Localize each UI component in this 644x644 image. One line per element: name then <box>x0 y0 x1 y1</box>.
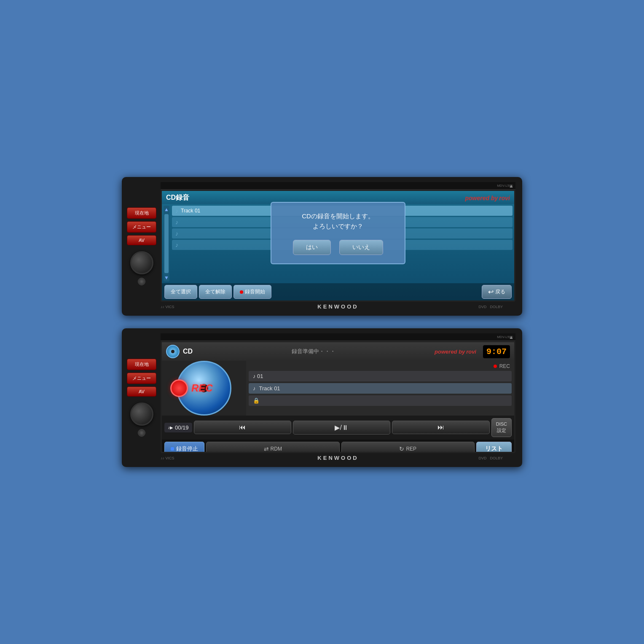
av-btn-2[interactable]: AV <box>127 386 156 397</box>
rep-icon: ↻ <box>399 445 404 452</box>
back-btn-1[interactable]: ↩ 戻る <box>482 285 512 299</box>
cd-hole <box>171 350 174 353</box>
track-music-icon: ♪ <box>253 385 256 392</box>
track-row-3[interactable]: 🔒 <box>249 395 512 406</box>
brand-label-1: KENWOOD <box>317 303 358 310</box>
dvd-icon-1: DVD <box>478 305 486 309</box>
back-arrow-icon: ↩ <box>488 288 494 296</box>
vics-label-1: ♪♪ VICS <box>161 305 174 309</box>
track-name-2: Track 01 <box>259 385 280 392</box>
dialog-buttons: はい いいえ <box>284 240 392 255</box>
track-number: ♪ 01 <box>253 373 263 379</box>
scroll-down-1[interactable]: ▼ <box>164 275 169 281</box>
count-display: ♪▶ 00/19 <box>164 423 192 432</box>
list-btn[interactable]: リスト <box>476 442 512 453</box>
screen-1: CD録音 powered by rovi ▲ ▼ <box>161 190 515 302</box>
rec-text: REC <box>191 382 213 394</box>
rdm-label: RDM <box>271 446 282 452</box>
knob-area-2 <box>127 402 156 437</box>
unit-footer-1: ♪♪ VICS KENWOOD DVD DOLBY <box>161 302 515 311</box>
eject-btn-1[interactable]: ▲ <box>509 183 514 189</box>
main-knob-2[interactable] <box>130 402 153 426</box>
count-value: 00/19 <box>175 424 189 431</box>
cd-icon <box>166 345 180 358</box>
rdm-icon: ⇄ <box>264 445 269 452</box>
transport-controls: ♪▶ 00/19 ⏮ ▶/⏸ ⏭ DISC設定 <box>162 416 514 440</box>
screen2-main: REC REC ♪ 01 ♪ Tr <box>162 361 514 416</box>
screen2-display: CD 録音準備中・・・ powered by rovi 9:07 <box>162 342 514 452</box>
main-knob-1[interactable] <box>130 251 153 274</box>
screen2-bottom: 録音停止 ⇄ RDM ↻ REP リスト <box>162 440 514 453</box>
screen2-header: CD 録音準備中・・・ powered by rovi 9:07 <box>162 342 514 361</box>
left-panel-1: 現在地 メニュー AV <box>127 207 156 285</box>
disc-setting-label: DISC設定 <box>496 421 507 433</box>
time-display: 9:07 <box>483 345 510 358</box>
kenwood-unit-2: 現在地 メニュー AV MDV-L500 ▲ CD 録音準備中・・・ <box>122 328 522 467</box>
cd-label: CD <box>183 348 193 355</box>
no-button[interactable]: いいえ <box>339 240 383 255</box>
rdm-btn[interactable]: ⇄ RDM <box>206 442 340 453</box>
track-row-2[interactable]: ♪ Track 01 <box>249 383 512 394</box>
deselect-all-btn[interactable]: 全て解除 <box>199 285 232 299</box>
rovi-logo-2: powered by rovi <box>435 349 476 355</box>
genzaichi-btn-2[interactable]: 現在地 <box>127 359 156 370</box>
stop-rec-btn[interactable]: 録音停止 <box>164 442 204 453</box>
rec-visual: REC <box>162 361 246 416</box>
screen-2: CD 録音準備中・・・ powered by rovi 9:07 <box>161 341 515 453</box>
left-panel-2: 現在地 メニュー AV <box>127 359 156 437</box>
rec-indicator-text: REC <box>499 363 510 369</box>
kenwood-unit-1: 現在地 メニュー AV MDV-L500 ▲ CD録音 powered by r… <box>122 177 522 316</box>
disc-setting-btn[interactable]: DISC設定 <box>491 418 512 437</box>
rep-label: REP <box>406 446 416 452</box>
dvd-label-1: DVD DOLBY <box>478 305 503 309</box>
rep-btn[interactable]: ↻ REP <box>341 442 475 453</box>
dialog-overlay: CDの録音を開始します。 よろしいですか？ はい いいえ <box>162 191 514 275</box>
rec-indicator: REC <box>249 363 512 369</box>
yes-button[interactable]: はい <box>293 240 331 255</box>
dvd-icon-2: DVD <box>478 456 486 460</box>
dvd-label-2: DVD DOLBY <box>478 456 503 460</box>
rec-button-icon <box>170 379 188 397</box>
rec-status: 録音準備中・・・ <box>196 348 431 355</box>
small-btn-2[interactable] <box>138 429 145 437</box>
dolby-icon-1: DOLBY <box>490 305 503 309</box>
dolby-icon-2: DOLBY <box>490 456 503 460</box>
track-list-2: REC ♪ 01 ♪ Track 01 🔒 <box>246 361 514 416</box>
small-btn-1[interactable] <box>138 278 145 285</box>
select-all-btn[interactable]: 全て選択 <box>164 285 197 299</box>
dialog-text: CDの録音を開始します。 よろしいですか？ <box>284 211 392 231</box>
play-pause-btn[interactable]: ▶/⏸ <box>293 421 390 435</box>
dialog-line2: よろしいですか？ <box>313 223 363 230</box>
prev-btn[interactable]: ⏮ <box>194 421 291 434</box>
screen1-display: CD録音 powered by rovi ▲ ▼ <box>162 191 514 301</box>
music-arrow-icon: ♪▶ <box>168 425 173 430</box>
rec-start-btn[interactable]: 録音開始 <box>233 285 271 299</box>
stop-rec-icon <box>171 447 174 451</box>
menu-btn-2[interactable]: メニュー <box>127 373 156 384</box>
knob-area-1 <box>127 251 156 285</box>
menu-btn-1[interactable]: メニュー <box>127 221 156 233</box>
dialog-line1: CDの録音を開始します。 <box>302 212 374 220</box>
dialog-box: CDの録音を開始します。 よろしいですか？ はい いいえ <box>271 202 405 264</box>
lock-icon: 🔒 <box>253 397 260 404</box>
rec-dot-indicator <box>494 365 497 368</box>
brand-label-2: KENWOOD <box>317 455 358 461</box>
stop-rec-label: 録音停止 <box>176 445 198 453</box>
vics-label-2: ♪♪ VICS <box>161 456 174 460</box>
rec-badge: REC <box>170 379 213 397</box>
track-row-1[interactable]: ♪ 01 <box>249 371 512 381</box>
unit-footer-2: ♪♪ VICS KENWOOD DVD DOLBY <box>161 453 515 462</box>
next-btn[interactable]: ⏭ <box>392 421 489 434</box>
rec-dot-icon <box>240 290 243 294</box>
av-btn-1[interactable]: AV <box>127 235 156 245</box>
eject-btn-2[interactable]: ▲ <box>509 334 514 340</box>
action-bar-1: 全て選択 全て解除 録音開始 ↩ 戻る <box>162 283 514 301</box>
genzaichi-btn-1[interactable]: 現在地 <box>127 207 156 219</box>
